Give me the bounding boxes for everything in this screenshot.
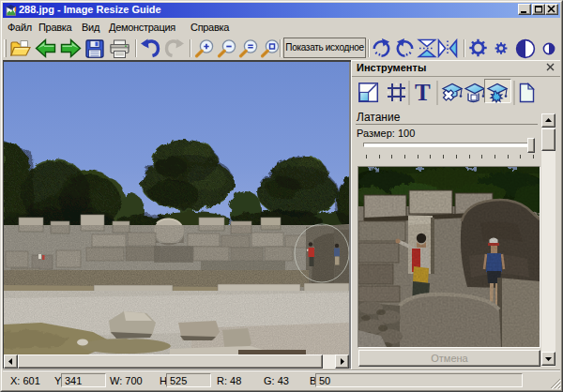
svg-text:T: T — [415, 80, 431, 105]
